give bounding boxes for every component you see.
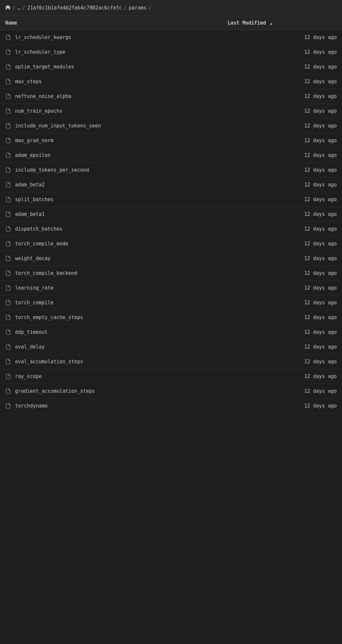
file-name: optim_target_modules <box>15 64 74 70</box>
file-icon <box>5 211 11 217</box>
file-name: max_grad_norm <box>15 138 53 143</box>
table-row[interactable]: split_batches12 days ago <box>0 192 342 207</box>
table-row[interactable]: torch_compile_backend12 days ago <box>0 266 342 281</box>
file-icon <box>5 167 11 173</box>
file-modified: 12 days ago <box>222 222 342 237</box>
file-icon <box>5 152 11 158</box>
file-name: num_train_epochs <box>15 108 63 114</box>
file-modified: 12 days ago <box>222 163 342 178</box>
file-icon <box>5 123 11 129</box>
breadcrumb-sep1: / <box>12 5 15 11</box>
table-row[interactable]: optim_target_modules12 days ago <box>0 60 342 74</box>
table-row[interactable]: dispatch_batches12 days ago <box>0 222 342 237</box>
file-table: Name Last Modified ▲ lr_scheduler_kwargs… <box>0 16 342 413</box>
table-row[interactable]: lr_scheduler_kwargs12 days ago <box>0 30 342 45</box>
file-name: torch_compile <box>15 300 53 306</box>
file-modified: 12 days ago <box>222 237 342 251</box>
table-row[interactable]: ddp_timeout12 days ago <box>0 325 342 340</box>
file-icon <box>5 93 11 99</box>
file-icon <box>5 108 11 114</box>
table-row[interactable]: eval_delay12 days ago <box>0 340 342 354</box>
file-name: include_tokens_per_second <box>15 167 89 173</box>
table-row[interactable]: torch_compile12 days ago <box>0 295 342 310</box>
table-row[interactable]: weight_decay12 days ago <box>0 251 342 266</box>
file-modified: 12 days ago <box>222 74 342 89</box>
file-name: torch_compile_mode <box>15 241 68 247</box>
breadcrumb-sep4: / <box>148 5 151 11</box>
file-modified: 12 days ago <box>222 310 342 325</box>
breadcrumb-ellipsis[interactable]: … <box>17 5 20 11</box>
breadcrumb-hash[interactable]: 21af6c1b1afe4b2fab4c7902ac6cfefc <box>27 5 122 11</box>
file-icon <box>5 197 11 202</box>
file-icon <box>5 79 11 85</box>
file-modified: 12 days ago <box>222 325 342 340</box>
file-icon <box>5 256 11 261</box>
file-name: neftune_noise_alpha <box>15 93 71 99</box>
file-name: dispatch_batches <box>15 226 63 232</box>
file-name: gradient_accumulation_steps <box>15 388 95 394</box>
file-icon <box>5 64 11 70</box>
file-name: adam_beta2 <box>15 182 45 188</box>
file-name: max_steps <box>15 79 42 85</box>
file-name: lr_scheduler_kwargs <box>15 34 71 40</box>
column-modified[interactable]: Last Modified ▲ <box>222 16 342 30</box>
breadcrumb-home[interactable] <box>5 5 10 11</box>
table-row[interactable]: ray_scope12 days ago <box>0 369 342 384</box>
file-icon <box>5 359 11 365</box>
file-modified: 12 days ago <box>222 251 342 266</box>
table-row[interactable]: include_tokens_per_second12 days ago <box>0 163 342 178</box>
table-row[interactable]: lr_scheduler_type12 days ago <box>0 45 342 60</box>
file-icon <box>5 34 11 40</box>
table-row[interactable]: learning_rate12 days ago <box>0 281 342 295</box>
file-name: eval_delay <box>15 344 45 350</box>
sort-arrow: ▲ <box>270 22 272 25</box>
file-modified: 12 days ago <box>222 399 342 413</box>
file-name: ray_scope <box>15 373 42 379</box>
column-name[interactable]: Name <box>0 16 222 30</box>
file-name: include_num_input_tokens_seen <box>15 123 101 129</box>
file-modified: 12 days ago <box>222 354 342 369</box>
file-icon <box>5 241 11 247</box>
file-modified: 12 days ago <box>222 295 342 310</box>
file-modified: 12 days ago <box>222 104 342 119</box>
file-modified: 12 days ago <box>222 45 342 60</box>
table-row[interactable]: adam_beta112 days ago <box>0 207 342 222</box>
file-modified: 12 days ago <box>222 384 342 399</box>
file-modified: 12 days ago <box>222 207 342 222</box>
table-row[interactable]: gradient_accumulation_steps12 days ago <box>0 384 342 399</box>
table-row[interactable]: max_steps12 days ago <box>0 74 342 89</box>
file-name: torchdynamo <box>15 403 48 409</box>
file-icon <box>5 285 11 291</box>
file-icon <box>5 270 11 276</box>
file-icon <box>5 182 11 188</box>
table-row[interactable]: adam_epsilon12 days ago <box>0 148 342 163</box>
table-row[interactable]: max_grad_norm12 days ago <box>0 133 342 148</box>
file-name: lr_scheduler_type <box>15 49 66 55</box>
file-icon <box>5 403 11 409</box>
file-name: learning_rate <box>15 285 53 291</box>
table-row[interactable]: adam_beta212 days ago <box>0 178 342 192</box>
breadcrumb-sep2: / <box>22 5 25 11</box>
file-modified: 12 days ago <box>222 369 342 384</box>
table-row[interactable]: neftune_noise_alpha12 days ago <box>0 89 342 104</box>
table-row[interactable]: torchdynamo12 days ago <box>0 399 342 413</box>
breadcrumb: / … / 21af6c1b1afe4b2fab4c7902ac6cfefc /… <box>0 0 342 16</box>
table-row[interactable]: eval_accumulation_steps12 days ago <box>0 354 342 369</box>
file-name: torch_compile_backend <box>15 270 77 276</box>
file-name: eval_accumulation_steps <box>15 359 83 365</box>
file-modified: 12 days ago <box>222 30 342 45</box>
file-modified: 12 days ago <box>222 148 342 163</box>
file-icon <box>5 329 11 335</box>
file-icon <box>5 226 11 232</box>
file-name: adam_epsilon <box>15 152 50 158</box>
file-icon <box>5 373 11 379</box>
file-modified: 12 days ago <box>222 89 342 104</box>
file-name: ddp_timeout <box>15 329 48 335</box>
table-row[interactable]: include_num_input_tokens_seen12 days ago <box>0 119 342 133</box>
file-icon <box>5 314 11 320</box>
table-row[interactable]: torch_empty_cache_steps12 days ago <box>0 310 342 325</box>
file-name: split_batches <box>15 197 53 202</box>
table-row[interactable]: num_train_epochs12 days ago <box>0 104 342 119</box>
table-row[interactable]: torch_compile_mode12 days ago <box>0 237 342 251</box>
breadcrumb-folder[interactable]: params <box>129 5 146 11</box>
